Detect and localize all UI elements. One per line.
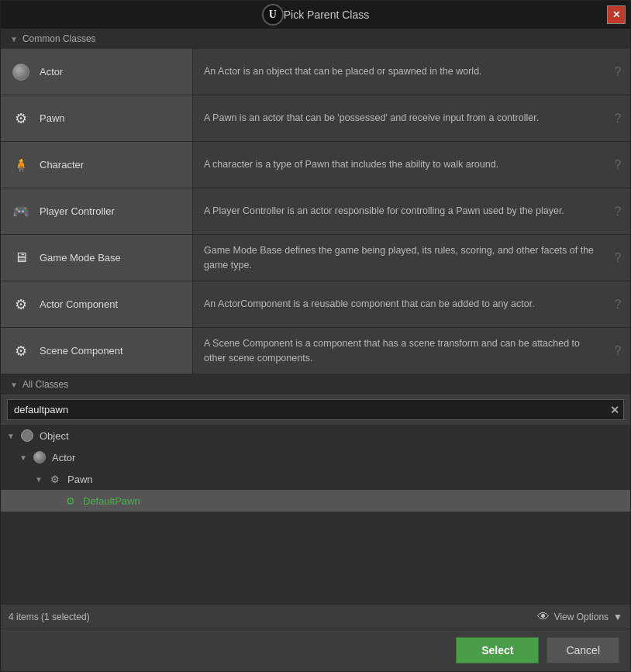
search-clear-button[interactable]: ✕: [610, 404, 619, 416]
tree-row-object[interactable]: ▼ Object: [1, 425, 630, 446]
class-row-character: 🧍 Character A character is a type of Paw…: [1, 142, 630, 188]
search-bar-wrap: ✕: [1, 395, 630, 425]
all-classes-arrow: ▼: [10, 381, 18, 389]
close-button[interactable]: ✕: [607, 5, 626, 24]
view-options-arrow: ▼: [613, 612, 622, 622]
object-tree-icon: [19, 428, 35, 443]
common-classes-label: Common Classes: [22, 33, 96, 44]
common-classes-header: ▼ Common Classes: [1, 29, 630, 49]
class-button-pawn[interactable]: ⚙ Pawn: [1, 95, 193, 141]
actor-tree-icon: [32, 450, 47, 465]
class-button-actorcomponent[interactable]: ⚙ Actor Component: [1, 281, 193, 327]
search-input[interactable]: [7, 399, 624, 420]
scenecomponent-icon: ⚙: [10, 340, 32, 362]
view-options-label: View Options: [554, 612, 609, 622]
actor-label: Actor: [40, 66, 63, 78]
class-row-scenecomponent: ⚙ Scene Component A Scene Component is a…: [1, 328, 630, 374]
title-bar: U Pick Parent Class ✕: [1, 1, 630, 29]
actor-description: An Actor is an object that can be placed…: [193, 49, 605, 95]
cancel-button[interactable]: Cancel: [547, 637, 619, 663]
all-classes-section: ▼ All Classes ✕ ▼ Object ▼: [1, 374, 630, 629]
actor-icon: [10, 61, 32, 83]
all-classes-header: ▼ All Classes: [1, 374, 630, 395]
class-row-actor: Actor An Actor is an object that can be …: [1, 49, 630, 95]
status-text: 4 items (1 selected): [9, 612, 90, 622]
tree-arrow-pawn: ▼: [35, 475, 44, 484]
playercontroller-icon: 🎮: [10, 201, 32, 222]
class-button-character[interactable]: 🧍 Character: [1, 142, 193, 188]
actorcomponent-icon: ⚙: [10, 294, 32, 315]
actor-help-icon[interactable]: ?: [605, 49, 630, 95]
scenecomponent-help-icon[interactable]: ?: [605, 328, 630, 374]
actorcomponent-label: Actor Component: [40, 298, 118, 310]
common-classes-arrow: ▼: [10, 35, 18, 43]
actorcomponent-description: An ActorComponent is a reusable componen…: [193, 281, 605, 327]
tree-row-pawn[interactable]: ▼ ⚙ Pawn: [1, 468, 630, 490]
defaultpawn-tree-icon: ⚙: [63, 493, 78, 508]
playercontroller-label: Player Controller: [40, 205, 115, 217]
search-wrap: ✕: [7, 399, 624, 420]
scenecomponent-description: A Scene Component is a component that ha…: [193, 328, 605, 374]
pawn-description: A Pawn is an actor that can be 'possesse…: [193, 95, 605, 141]
class-tree: ▼ Object ▼ Actor ▼ ⚙ Pawn: [1, 425, 630, 604]
pawn-label: Pawn: [40, 112, 65, 124]
class-row-pawn: ⚙ Pawn A Pawn is an actor that can be 'p…: [1, 95, 630, 142]
status-bar: 4 items (1 selected) 👁 View Options ▼: [1, 604, 630, 629]
actorcomponent-help-icon[interactable]: ?: [605, 281, 630, 327]
dialog: U Pick Parent Class ✕ ▼ Common Classes A…: [0, 0, 631, 672]
class-row-gamemodebase: 🖥 Game Mode Base Game Mode Base defines …: [1, 235, 630, 281]
class-row-playercontroller: 🎮 Player Controller A Player Controller …: [1, 188, 630, 235]
playercontroller-help-icon[interactable]: ?: [605, 188, 630, 234]
view-options-button[interactable]: 👁 View Options ▼: [537, 610, 622, 624]
class-button-gamemodebase[interactable]: 🖥 Game Mode Base: [1, 235, 193, 281]
button-bar: Select Cancel: [1, 629, 630, 671]
character-icon: 🧍: [10, 154, 32, 176]
ue-logo: U: [262, 4, 284, 26]
view-eye-icon: 👁: [537, 610, 550, 624]
gamemodebase-icon: 🖥: [10, 247, 32, 269]
all-classes-label: All Classes: [22, 379, 68, 390]
tree-row-actor[interactable]: ▼ Actor: [1, 446, 630, 468]
character-label: Character: [40, 159, 84, 171]
tree-label-pawn: Pawn: [67, 474, 93, 485]
pawn-icon: ⚙: [10, 108, 32, 129]
scenecomponent-label: Scene Component: [40, 345, 123, 357]
gamemodebase-help-icon[interactable]: ?: [605, 235, 630, 281]
class-row-actorcomponent: ⚙ Actor Component An ActorComponent is a…: [1, 281, 630, 328]
pawn-tree-icon: ⚙: [47, 471, 63, 487]
class-button-scenecomponent[interactable]: ⚙ Scene Component: [1, 328, 193, 374]
dialog-title: Pick Parent Class: [284, 9, 369, 21]
gamemodebase-description: Game Mode Base defines the game being pl…: [193, 235, 605, 281]
class-button-actor[interactable]: Actor: [1, 49, 193, 95]
tree-row-defaultpawn[interactable]: ⚙ DefaultPawn: [1, 490, 630, 512]
character-description: A character is a type of Pawn that inclu…: [193, 142, 605, 188]
tree-label-actor: Actor: [52, 452, 75, 464]
pawn-help-icon[interactable]: ?: [605, 95, 630, 141]
tree-arrow-actor: ▼: [19, 453, 29, 462]
character-help-icon[interactable]: ?: [605, 142, 630, 188]
common-classes-section: ▼ Common Classes Actor An Actor is an ob…: [1, 29, 630, 374]
playercontroller-description: A Player Controller is an actor responsi…: [193, 188, 605, 234]
class-button-playercontroller[interactable]: 🎮 Player Controller: [1, 188, 193, 234]
select-button[interactable]: Select: [456, 637, 539, 663]
tree-label-defaultpawn: DefaultPawn: [83, 495, 140, 507]
tree-arrow-object: ▼: [7, 432, 16, 440]
gamemodebase-label: Game Mode Base: [40, 252, 121, 264]
tree-label-object: Object: [40, 430, 69, 442]
